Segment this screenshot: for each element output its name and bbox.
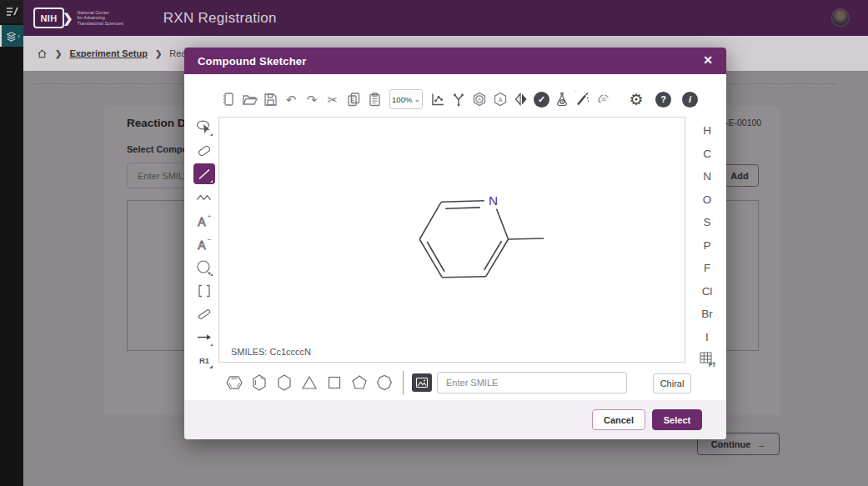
template-library-button[interactable] — [412, 373, 432, 392]
sketcher-left-toolbar: A + A − — [193, 117, 216, 371]
calculate-values-icon[interactable] — [554, 91, 570, 108]
dearomatize-icon[interactable]: A — [492, 91, 509, 108]
aromatize-icon[interactable]: A — [471, 91, 488, 108]
template-cyclopropane[interactable] — [299, 373, 319, 393]
molecule-drawing: N — [219, 118, 685, 362]
template-cyclopentadiene[interactable] — [249, 373, 269, 393]
chevron-down-icon: ⌄ — [414, 95, 420, 103]
s-group-tool[interactable] — [193, 280, 215, 301]
save-icon[interactable] — [262, 91, 278, 108]
sidebar-item-reactions-active[interactable]: › — [0, 25, 23, 47]
cut-icon[interactable]: ✂ — [324, 91, 341, 108]
element-C[interactable]: C — [695, 143, 720, 166]
erase-tool[interactable] — [193, 140, 215, 161]
settings-icon[interactable]: ⚙ — [628, 91, 645, 108]
3d-viewer-icon[interactable]: 3D — [595, 91, 612, 108]
nih-logo-subtext: National Center for Advancing Translatio… — [78, 10, 123, 27]
zoom-select[interactable]: 100%⌄ — [389, 89, 423, 109]
reaction-arrow-tool[interactable] — [193, 327, 215, 348]
home-icon[interactable] — [37, 48, 48, 59]
app-sidebar: › — [0, 0, 23, 486]
recognize-icon[interactable] — [574, 91, 591, 108]
charge-minus-tool[interactable]: A − — [193, 233, 215, 254]
template-cyclobutane[interactable] — [324, 373, 344, 393]
breadcrumb-separator-icon: ❯ — [155, 49, 162, 58]
chevron-right-icon: › — [18, 33, 20, 40]
page-title: RXN Registration — [163, 10, 277, 27]
modal-header: Compound Sketcher ✕ — [184, 48, 726, 74]
undo-icon[interactable]: ↶ — [283, 91, 299, 108]
element-Br[interactable]: Br — [695, 303, 720, 326]
sketcher-canvas[interactable]: N SMILES: Cc1ccccN — [218, 117, 685, 363]
element-palette: H C N O S P F Cl Br I PT — [695, 119, 720, 370]
breadcrumb-separator-icon: ❯ — [55, 49, 62, 58]
nih-logo: NIH — [33, 8, 64, 28]
r-group-tool[interactable]: R1 — [193, 350, 215, 371]
template-cyclopentane[interactable] — [349, 373, 369, 393]
svg-text:A: A — [198, 238, 206, 252]
svg-text:+: + — [208, 213, 212, 220]
template-cyclohexane[interactable] — [274, 373, 294, 393]
svg-text:−: − — [207, 235, 211, 243]
element-Cl[interactable]: Cl — [695, 280, 720, 303]
pt-label: PT — [709, 362, 715, 368]
modal-smile-input[interactable] — [437, 372, 627, 393]
arrow-right-icon: → — [756, 439, 765, 449]
check-structure-icon[interactable]: ✓ — [534, 92, 549, 108]
about-icon[interactable]: i — [682, 92, 698, 108]
smiles-readout: SMILES: Cc1ccccN — [231, 347, 311, 357]
template-divider — [403, 371, 404, 394]
charge-plus-tool[interactable]: A + — [193, 210, 215, 231]
element-N[interactable]: N — [695, 165, 720, 188]
modal-footer: Cancel Select — [184, 400, 726, 439]
periodic-table-button[interactable]: PT — [698, 348, 716, 370]
nitrogen-atom-label: N — [489, 193, 498, 208]
breadcrumb-experiment-setup[interactable]: Experiment Setup — [69, 48, 148, 58]
copy-icon[interactable] — [345, 91, 362, 108]
template-cycloheptane[interactable] — [374, 373, 394, 393]
user-avatar[interactable] — [831, 8, 850, 27]
element-I[interactable]: I — [695, 326, 720, 349]
layout-icon[interactable] — [429, 91, 446, 108]
compound-sketcher-modal: Compound Sketcher ✕ ↶ ↷ — [184, 48, 726, 439]
template-ring-tool[interactable] — [193, 257, 215, 278]
select-button[interactable]: Select — [652, 409, 702, 430]
open-icon[interactable] — [241, 91, 258, 108]
redo-icon[interactable]: ↷ — [304, 91, 320, 108]
template-bar — [224, 371, 627, 394]
app-header: NIH ❯ National Center for Advancing Tran… — [23, 0, 868, 36]
experiment-id: -E-00100 — [725, 118, 761, 128]
app-root: › NIH ❯ National Center for Advancing Tr… — [0, 0, 868, 486]
experiment-list-icon — [5, 5, 18, 18]
svg-text:A: A — [499, 97, 503, 103]
element-H[interactable]: H — [695, 119, 720, 143]
sidebar-item-experiments[interactable] — [0, 0, 23, 23]
svg-text:3D: 3D — [601, 98, 607, 102]
close-icon[interactable]: ✕ — [703, 53, 713, 67]
svg-text:A: A — [198, 215, 206, 228]
element-S[interactable]: S — [695, 211, 720, 234]
clear-canvas-icon[interactable] — [220, 91, 237, 108]
stereochemistry-icon[interactable] — [513, 91, 529, 108]
reaction-mapping-tool[interactable] — [193, 303, 215, 324]
element-P[interactable]: P — [695, 234, 720, 258]
element-F[interactable]: F — [695, 257, 720, 280]
clean-up-icon[interactable] — [450, 91, 467, 108]
help-icon[interactable]: ? — [655, 92, 671, 108]
modal-title: Compound Sketcher — [198, 55, 307, 68]
layers-icon — [5, 30, 18, 43]
nih-logo-chevron: ❯ — [63, 11, 73, 26]
element-O[interactable]: O — [695, 188, 720, 212]
chiral-button[interactable]: Chiral — [653, 373, 691, 393]
paste-icon[interactable] — [366, 91, 383, 108]
bond-single-tool-selected[interactable] — [193, 163, 215, 184]
cancel-button[interactable]: Cancel — [592, 409, 645, 430]
svg-text:A: A — [478, 97, 481, 102]
chain-tool[interactable] — [193, 187, 215, 208]
template-benzene[interactable] — [224, 373, 244, 393]
lasso-selection-tool[interactable] — [193, 117, 215, 138]
sketcher-top-toolbar: ↶ ↷ ✂ 100%⌄ — [220, 89, 698, 109]
